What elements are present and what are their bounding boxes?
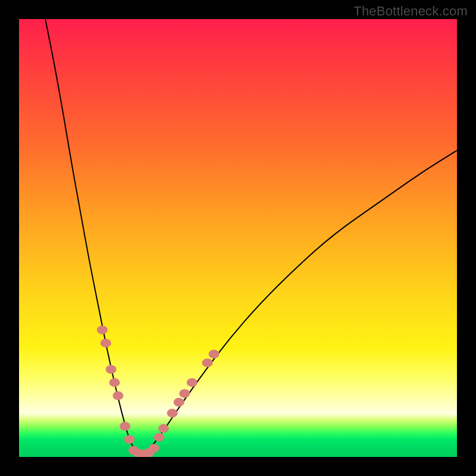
plot-area bbox=[19, 19, 457, 457]
bead bbox=[101, 339, 111, 347]
bead bbox=[154, 433, 165, 442]
curve-right-branch bbox=[142, 151, 457, 455]
bead bbox=[112, 392, 123, 400]
chart-svg bbox=[19, 19, 457, 457]
watermark-text: TheBottleneck.com bbox=[353, 4, 468, 19]
chart-frame: TheBottleneck.com bbox=[0, 0, 476, 476]
bead bbox=[109, 378, 120, 387]
bead bbox=[158, 424, 169, 433]
bead bbox=[209, 350, 220, 359]
bead bbox=[187, 378, 198, 387]
bead bbox=[174, 398, 184, 407]
beads-group bbox=[97, 325, 220, 457]
bead bbox=[124, 435, 134, 444]
bead bbox=[149, 444, 159, 453]
curve-left-branch bbox=[45, 19, 142, 455]
bead bbox=[202, 358, 212, 367]
curve-group bbox=[45, 19, 457, 455]
bead bbox=[179, 389, 190, 398]
bead bbox=[106, 365, 117, 374]
bead bbox=[167, 409, 178, 418]
bead bbox=[120, 422, 130, 431]
bead bbox=[97, 325, 108, 334]
